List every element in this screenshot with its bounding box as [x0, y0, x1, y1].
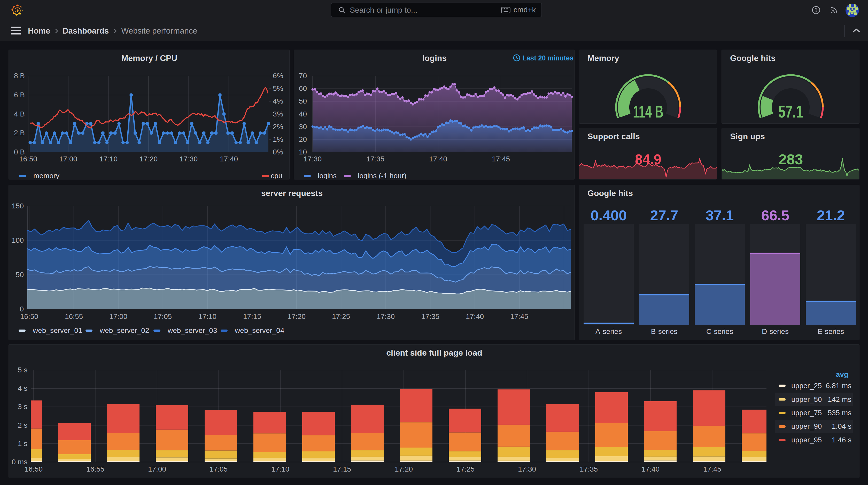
svg-text:17:45: 17:45 — [492, 155, 510, 163]
svg-text:Sign ups: Sign ups — [730, 132, 765, 141]
svg-text:0.400: 0.400 — [591, 207, 627, 223]
svg-text:37.1: 37.1 — [706, 207, 734, 223]
svg-text:2%: 2% — [273, 123, 283, 131]
svg-text:upper_50: upper_50 — [791, 395, 822, 403]
svg-text:16:50: 16:50 — [19, 155, 37, 163]
svg-text:1%: 1% — [273, 135, 283, 143]
svg-text:283: 283 — [779, 151, 803, 167]
svg-text:57.1: 57.1 — [778, 102, 803, 121]
svg-text:17:05: 17:05 — [210, 465, 227, 473]
svg-text:client side full page load: client side full page load — [386, 348, 482, 357]
svg-text:535 ms: 535 ms — [828, 409, 851, 417]
svg-text:web_server_03: web_server_03 — [167, 326, 217, 334]
svg-text:114 B: 114 B — [633, 102, 663, 121]
svg-text:A-series: A-series — [595, 327, 622, 335]
svg-text:50: 50 — [299, 97, 307, 105]
svg-text:150: 150 — [11, 202, 24, 210]
svg-text:logins: logins — [318, 172, 337, 180]
svg-text:17:10: 17:10 — [271, 465, 289, 473]
svg-text:web_server_01: web_server_01 — [33, 326, 82, 334]
svg-text:6%: 6% — [273, 72, 283, 80]
svg-text:2 B: 2 B — [14, 129, 25, 137]
svg-text:17:40: 17:40 — [220, 155, 238, 163]
svg-text:16:50: 16:50 — [20, 313, 38, 321]
svg-text:70: 70 — [299, 72, 307, 80]
svg-text:20: 20 — [299, 135, 307, 143]
svg-text:17:25: 17:25 — [457, 465, 474, 473]
svg-text:17:05: 17:05 — [154, 313, 172, 321]
svg-text:17:35: 17:35 — [421, 313, 439, 321]
svg-text:Google hits: Google hits — [730, 54, 776, 63]
svg-text:2 s: 2 s — [18, 421, 27, 429]
svg-text:16:55: 16:55 — [86, 465, 104, 473]
svg-text:17:30: 17:30 — [377, 313, 395, 321]
svg-text:17:45: 17:45 — [703, 465, 721, 473]
svg-text:E-series: E-series — [817, 327, 844, 335]
svg-text:4 B: 4 B — [14, 110, 25, 118]
svg-text:4%: 4% — [273, 97, 283, 105]
svg-text:upper_75: upper_75 — [791, 409, 822, 417]
svg-text:17:20: 17:20 — [140, 155, 158, 163]
svg-text:17:20: 17:20 — [287, 313, 306, 321]
svg-text:17:30: 17:30 — [180, 155, 197, 163]
svg-text:17:15: 17:15 — [333, 465, 351, 473]
svg-text:upper_90: upper_90 — [791, 422, 822, 430]
svg-text:17:30: 17:30 — [304, 155, 322, 163]
svg-text:Google hits: Google hits — [587, 189, 633, 198]
svg-text:Memory / CPU: Memory / CPU — [121, 54, 178, 63]
svg-text:C-series: C-series — [706, 327, 733, 335]
svg-text:web_server_04: web_server_04 — [235, 326, 284, 334]
svg-text:1.46 s: 1.46 s — [832, 436, 851, 444]
svg-text:server requests: server requests — [261, 189, 323, 198]
svg-text:6.81 ms: 6.81 ms — [826, 382, 851, 390]
svg-text:memory: memory — [33, 172, 59, 180]
svg-text:17:45: 17:45 — [510, 313, 528, 321]
svg-text:logins: logins — [423, 54, 447, 63]
svg-text:5%: 5% — [273, 85, 283, 93]
svg-text:17:15: 17:15 — [243, 313, 261, 321]
svg-text:16:50: 16:50 — [25, 465, 43, 473]
svg-text:17:20: 17:20 — [395, 465, 413, 473]
svg-text:1 s: 1 s — [18, 440, 27, 448]
svg-text:4 s: 4 s — [18, 384, 27, 392]
svg-text:0%: 0% — [273, 148, 283, 156]
svg-text:27.7: 27.7 — [650, 207, 678, 223]
svg-text:17:35: 17:35 — [580, 465, 598, 473]
svg-text:0: 0 — [20, 305, 24, 313]
svg-text:50: 50 — [16, 271, 24, 279]
svg-text:upper_95: upper_95 — [791, 436, 822, 444]
svg-text:16:55: 16:55 — [65, 313, 83, 321]
svg-text:17:40: 17:40 — [429, 155, 447, 163]
svg-text:17:40: 17:40 — [642, 465, 659, 473]
svg-text:100: 100 — [11, 236, 24, 244]
svg-text:avg: avg — [836, 370, 848, 378]
svg-text:logins (-1 hour): logins (-1 hour) — [358, 172, 406, 180]
svg-text:17:35: 17:35 — [366, 155, 384, 163]
svg-text:8 B: 8 B — [14, 72, 25, 80]
svg-text:17:25: 17:25 — [332, 313, 350, 321]
svg-text:Last 20 minutes: Last 20 minutes — [522, 54, 574, 62]
svg-text:40: 40 — [299, 110, 307, 118]
svg-text:0 ms: 0 ms — [11, 458, 27, 466]
svg-text:30: 30 — [299, 123, 307, 131]
svg-text:17:00: 17:00 — [59, 155, 77, 163]
svg-text:66.5: 66.5 — [761, 207, 789, 223]
svg-text:60: 60 — [299, 85, 307, 93]
svg-text:Support calls: Support calls — [587, 132, 640, 141]
svg-text:17:40: 17:40 — [466, 313, 484, 321]
svg-text:84.9: 84.9 — [635, 151, 661, 167]
svg-text:17:10: 17:10 — [99, 155, 118, 163]
svg-text:1.04 s: 1.04 s — [832, 422, 851, 430]
svg-text:cpu: cpu — [271, 172, 282, 180]
svg-text:17:00: 17:00 — [148, 465, 166, 473]
svg-text:17:00: 17:00 — [109, 313, 127, 321]
svg-text:21.2: 21.2 — [817, 207, 845, 223]
svg-text:B-series: B-series — [651, 327, 678, 335]
svg-text:Memory: Memory — [587, 54, 619, 63]
svg-text:upper_25: upper_25 — [791, 382, 822, 390]
svg-text:web_server_02: web_server_02 — [99, 326, 149, 334]
svg-text:3%: 3% — [273, 110, 283, 118]
svg-text:D-series: D-series — [762, 327, 789, 335]
svg-text:17:30: 17:30 — [518, 465, 536, 473]
svg-text:142 ms: 142 ms — [828, 395, 851, 403]
